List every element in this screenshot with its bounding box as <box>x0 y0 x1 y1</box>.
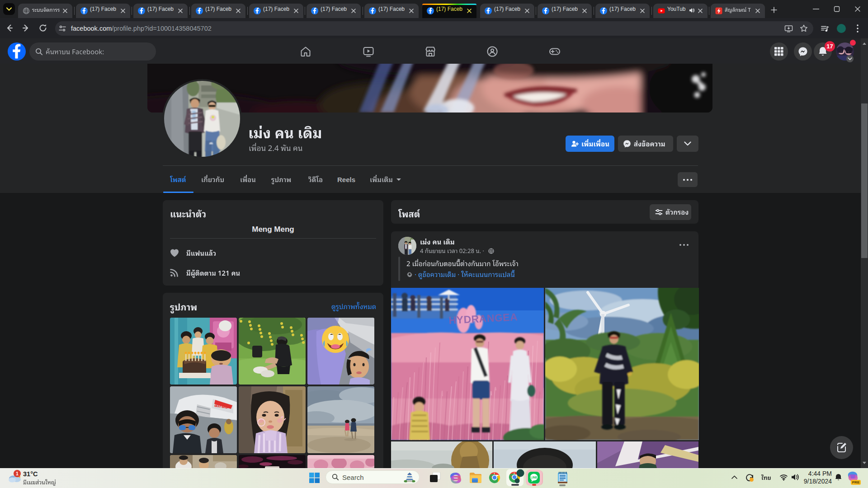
svg-text:LINE: LINE <box>531 476 538 479</box>
